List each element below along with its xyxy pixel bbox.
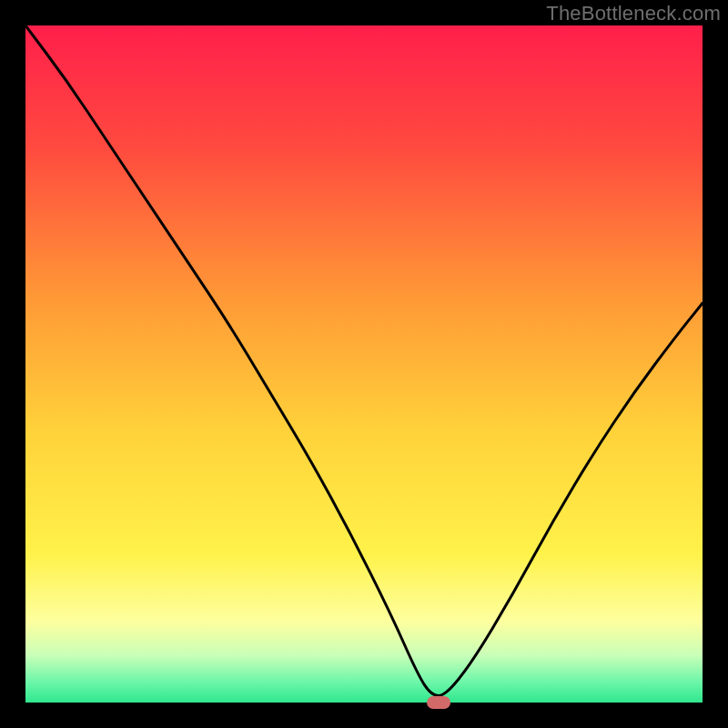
plot-area: [25, 25, 703, 703]
gradient-background: [25, 25, 703, 703]
chart-svg: [25, 25, 703, 703]
chart-frame: TheBottleneck.com: [0, 0, 728, 728]
optimal-point-marker: [427, 696, 450, 709]
watermark-text: TheBottleneck.com: [546, 2, 721, 25]
